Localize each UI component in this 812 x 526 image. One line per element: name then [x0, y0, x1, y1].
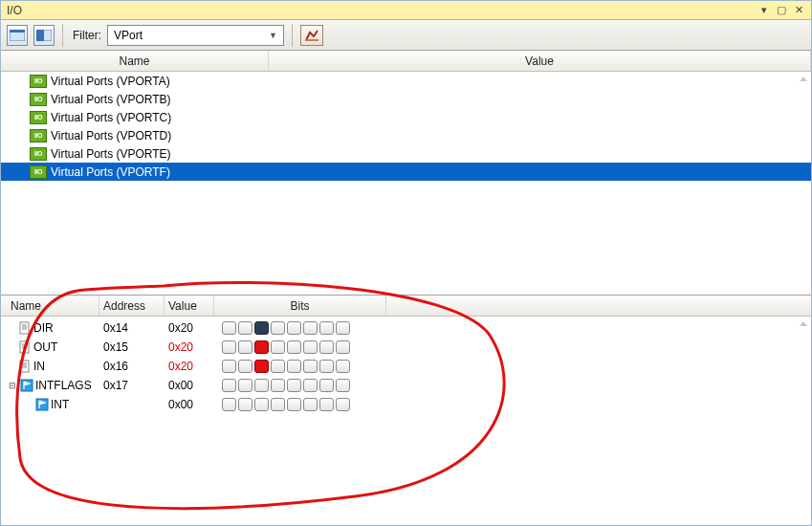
- highlight-button[interactable]: [300, 25, 323, 46]
- register-row[interactable]: INT0x00: [1, 395, 811, 414]
- bit-box[interactable]: [303, 360, 318, 373]
- close-button[interactable]: ✕: [790, 4, 807, 16]
- register-value: 0x00: [165, 398, 214, 411]
- io-icon: I/O: [30, 129, 47, 142]
- bit-box[interactable]: [319, 379, 334, 392]
- register-bits: [214, 321, 350, 335]
- bit-box[interactable]: [319, 360, 334, 373]
- bit-box[interactable]: [287, 379, 301, 392]
- io-panel: I/O ▾ ▢ ✕ Filter: VPort ▼ Name Value: [0, 0, 812, 526]
- filter-value: VPort: [114, 29, 143, 42]
- expander-icon[interactable]: ⊟: [7, 381, 18, 390]
- port-row[interactable]: I/OVirtual Ports (VPORTD): [1, 126, 811, 144]
- bit-box[interactable]: [238, 398, 252, 411]
- bit-box[interactable]: [336, 379, 350, 392]
- register-name: INT: [51, 398, 69, 411]
- flag-icon: [20, 379, 33, 392]
- bit-box[interactable]: [238, 360, 252, 373]
- document-icon: [18, 321, 32, 335]
- column-header-name[interactable]: Name: [1, 51, 269, 71]
- registers-list[interactable]: DIR0x140x20OUT0x150x20IN0x160x20⊟INTFLAG…: [1, 317, 811, 525]
- scroll-up-icon: [798, 318, 809, 330]
- io-icon: I/O: [30, 165, 47, 179]
- register-name: DIR: [33, 321, 54, 335]
- bit-box[interactable]: [303, 321, 318, 335]
- register-row[interactable]: DIR0x140x20: [1, 318, 811, 338]
- bit-box[interactable]: [336, 398, 350, 411]
- bit-box[interactable]: [287, 321, 301, 335]
- register-value: 0x00: [165, 379, 214, 392]
- bit-box[interactable]: [254, 360, 269, 373]
- bit-box[interactable]: [222, 321, 236, 335]
- column-header-name[interactable]: Name: [1, 296, 99, 316]
- register-row[interactable]: OUT0x150x20: [1, 338, 811, 357]
- register-address: 0x17: [99, 379, 165, 392]
- bit-box[interactable]: [287, 398, 301, 411]
- bit-box[interactable]: [271, 398, 285, 411]
- bit-box[interactable]: [303, 398, 318, 411]
- register-row[interactable]: ⊟INTFLAGS0x170x00: [1, 376, 811, 395]
- document-icon: [18, 340, 32, 354]
- chevron-down-icon: ▼: [269, 31, 277, 40]
- bit-box[interactable]: [319, 340, 334, 354]
- port-row[interactable]: I/OVirtual Ports (VPORTC): [1, 108, 811, 126]
- bit-box[interactable]: [238, 379, 252, 392]
- bit-box[interactable]: [271, 321, 285, 335]
- register-value: 0x20: [165, 360, 214, 373]
- window-title: I/O: [5, 4, 756, 17]
- bit-box[interactable]: [271, 340, 285, 354]
- io-icon: I/O: [30, 93, 47, 106]
- svg-rect-3: [36, 30, 44, 41]
- bit-box[interactable]: [319, 321, 334, 335]
- view-mode-2-button[interactable]: [33, 25, 55, 46]
- column-header-address[interactable]: Address: [99, 296, 165, 316]
- bit-box[interactable]: [238, 321, 252, 335]
- bit-box[interactable]: [222, 398, 236, 411]
- titlebar: I/O ▾ ▢ ✕: [1, 1, 811, 20]
- filter-combo[interactable]: VPort ▼: [107, 25, 284, 46]
- svg-rect-18: [36, 399, 48, 410]
- bit-box[interactable]: [222, 340, 236, 354]
- port-label: Virtual Ports (VPORTF): [51, 165, 170, 179]
- svg-rect-17: [21, 380, 33, 391]
- column-header-value[interactable]: Value: [269, 51, 811, 71]
- bit-box[interactable]: [336, 340, 350, 354]
- port-row[interactable]: I/OVirtual Ports (VPORTA): [1, 72, 811, 90]
- column-header-value[interactable]: Value: [165, 296, 214, 316]
- window-menu-button[interactable]: ▾: [756, 4, 773, 16]
- io-icon: I/O: [30, 111, 47, 124]
- bit-box[interactable]: [271, 379, 285, 392]
- ports-pane: Name Value I/OVirtual Ports (VPORTA)I/OV…: [1, 51, 811, 296]
- bit-box[interactable]: [254, 379, 269, 392]
- bit-box[interactable]: [336, 321, 350, 335]
- bit-box[interactable]: [336, 360, 350, 373]
- bit-box[interactable]: [222, 379, 236, 392]
- toolbar-divider: [62, 24, 63, 47]
- maximize-button[interactable]: ▢: [773, 4, 790, 16]
- io-icon: I/O: [30, 75, 47, 88]
- port-row[interactable]: I/OVirtual Ports (VPORTF): [1, 163, 811, 181]
- bit-box[interactable]: [222, 360, 236, 373]
- bit-box[interactable]: [254, 398, 269, 411]
- register-row[interactable]: IN0x160x20: [1, 357, 811, 376]
- bit-box[interactable]: [303, 379, 318, 392]
- ports-tree[interactable]: I/OVirtual Ports (VPORTA)I/OVirtual Port…: [1, 72, 811, 295]
- column-header-bits[interactable]: Bits: [214, 296, 386, 316]
- flag-icon: [35, 398, 49, 411]
- bit-box[interactable]: [319, 398, 334, 411]
- bit-box[interactable]: [271, 360, 285, 373]
- bit-box[interactable]: [238, 340, 252, 354]
- port-row[interactable]: I/OVirtual Ports (VPORTE): [1, 144, 811, 163]
- bit-box[interactable]: [287, 340, 301, 354]
- bit-box[interactable]: [254, 321, 269, 335]
- bit-box[interactable]: [254, 340, 269, 354]
- port-label: Virtual Ports (VPORTC): [51, 111, 171, 124]
- bit-box[interactable]: [287, 360, 301, 373]
- port-label: Virtual Ports (VPORTB): [51, 93, 171, 106]
- view-mode-1-button[interactable]: [7, 25, 28, 46]
- port-label: Virtual Ports (VPORTA): [51, 75, 170, 88]
- scroll-up-icon: [798, 74, 809, 85]
- bit-box[interactable]: [303, 340, 318, 354]
- port-label: Virtual Ports (VPORTD): [51, 129, 171, 142]
- port-row[interactable]: I/OVirtual Ports (VPORTB): [1, 90, 811, 108]
